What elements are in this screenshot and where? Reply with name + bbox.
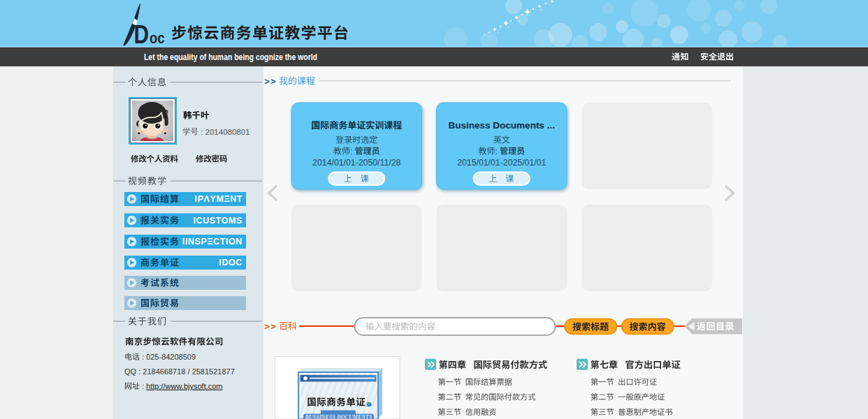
svg-text:: 2014080801: : 2014080801 — [201, 128, 249, 136]
svg-text:Business Documents ...: Business Documents ... — [449, 120, 555, 131]
svg-text::: : — [142, 382, 144, 390]
svg-text:2014/01/01-2050/11/28: 2014/01/01-2050/11/28 — [312, 158, 400, 168]
svg-text:>>: >> — [264, 321, 277, 332]
svg-text:IPΛYMΞNT: IPΛYMΞNT — [195, 194, 243, 204]
svg-text::: : — [350, 147, 352, 156]
svg-text:2015/01/01-2025/01/01: 2015/01/01-2025/01/01 — [457, 158, 546, 168]
svg-text::: : — [495, 147, 497, 156]
svg-text:IINSPΞCTION: IINSPΞCTION — [182, 237, 243, 247]
svg-text:oc: oc — [150, 29, 165, 47]
svg-text:QQ : 2184668718 / 2581521877: QQ : 2184668718 / 2581521877 — [124, 367, 235, 376]
svg-text:BUSSINESS DOCUMENTS: BUSSINESS DOCUMENTS — [305, 413, 372, 419]
svg-text:: 025-84208509: : 025-84208509 — [142, 353, 196, 361]
svg-text:Let the equality of human bein: Let the equality of human being cognize … — [144, 52, 317, 62]
svg-text:>>: >> — [264, 76, 277, 87]
svg-text:http://www.bjysoft.com: http://www.bjysoft.com — [146, 382, 222, 390]
svg-text:D: D — [134, 20, 150, 49]
svg-text:IDOC: IDOC — [219, 258, 243, 267]
svg-text:ICUSTOMS: ICUSTOMS — [193, 216, 243, 226]
